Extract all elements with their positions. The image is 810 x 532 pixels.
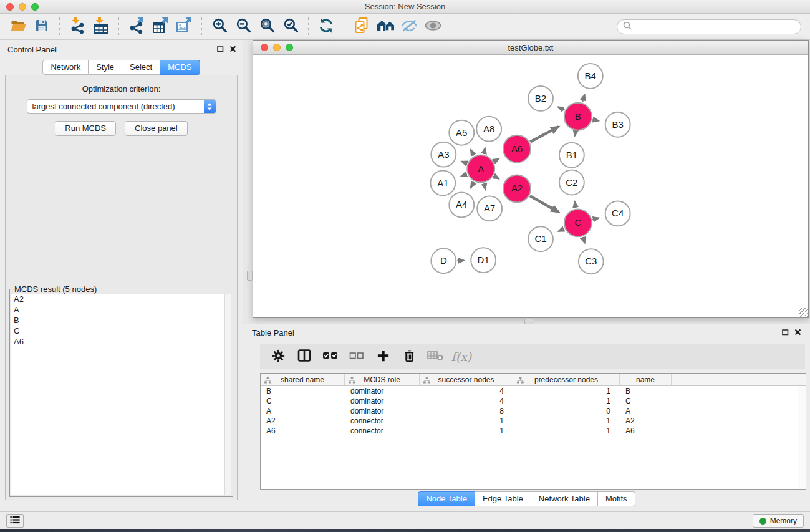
column-header-name[interactable]: name — [620, 374, 672, 385]
task-history-button[interactable] — [6, 514, 24, 528]
cell-name[interactable]: C — [620, 396, 672, 406]
cell-mcds_role[interactable]: connector — [345, 416, 420, 426]
result-list-item[interactable]: C — [11, 326, 231, 336]
cell-successor_nodes[interactable]: 4 — [420, 386, 513, 396]
tab-network[interactable]: Network — [42, 60, 89, 75]
open-network-file-button[interactable] — [350, 16, 374, 37]
graph-edge-B-B1[interactable] — [575, 131, 576, 136]
function-builder-button[interactable]: f(x) — [448, 346, 475, 368]
tab-motifs[interactable]: Motifs — [598, 491, 635, 506]
network-window-titlebar[interactable]: testGlobe.txt — [253, 41, 808, 55]
cell-predecessor_nodes[interactable]: 1 — [513, 396, 620, 406]
graph-edge-A-A6[interactable] — [494, 159, 499, 162]
cell-successor_nodes[interactable]: 8 — [420, 406, 513, 416]
cell-name[interactable]: A6 — [620, 426, 672, 436]
add-column-button[interactable] — [370, 346, 396, 368]
graph-edge-A-A8[interactable] — [484, 148, 485, 154]
cell-name[interactable]: B — [620, 386, 672, 396]
column-header-shared-name[interactable]: shared name — [261, 374, 345, 385]
table-row[interactable]: A6connector11A6 — [261, 426, 806, 436]
list-scrollbar[interactable] — [224, 294, 231, 495]
close-table-panel-icon[interactable] — [794, 328, 801, 337]
float-panel-icon[interactable] — [217, 45, 224, 54]
zoom-network-window-button[interactable] — [286, 44, 293, 51]
import-network-button[interactable] — [65, 16, 89, 37]
graph-edge-B-B2[interactable] — [558, 107, 564, 110]
export-image-button[interactable] — [172, 16, 196, 37]
table-settings-button[interactable] — [265, 346, 291, 368]
cell-name[interactable]: A — [620, 406, 672, 416]
cell-mcds_role[interactable]: dominator — [345, 406, 420, 416]
close-panel-icon[interactable] — [229, 45, 236, 54]
cell-shared_name[interactable]: A6 — [261, 426, 345, 436]
import-table-button[interactable] — [89, 16, 113, 37]
zoom-window-button[interactable] — [31, 3, 39, 11]
result-list-item[interactable]: A6 — [11, 336, 231, 347]
cell-shared_name[interactable]: C — [261, 396, 345, 406]
cell-shared_name[interactable]: B — [261, 386, 345, 396]
graph-edge-C-C3[interactable] — [583, 237, 585, 243]
search-input[interactable] — [635, 22, 795, 31]
cell-successor_nodes[interactable]: 1 — [420, 416, 513, 426]
graph-edge-B-B4[interactable] — [582, 94, 585, 102]
graph-edge-A2-C[interactable] — [530, 196, 559, 212]
graph-edge-C-C2[interactable] — [575, 201, 576, 208]
network-canvas[interactable]: B4B2BB3A8A5A6A3B1AA1C2A2A4A7C4CC1C3DD1 — [253, 56, 808, 317]
graph-edge-A-A5[interactable] — [471, 150, 474, 155]
search-box[interactable] — [617, 19, 801, 34]
zoom-selected-button[interactable] — [279, 16, 302, 37]
select-all-button[interactable] — [317, 346, 344, 368]
cell-predecessor_nodes[interactable]: 1 — [513, 386, 620, 396]
result-list-item[interactable]: A2 — [11, 294, 231, 304]
export-table-button[interactable] — [148, 16, 172, 37]
graph-edge-A-A7[interactable] — [484, 183, 485, 190]
graph-edge-C-C1[interactable] — [558, 229, 564, 231]
refresh-view-button[interactable] — [314, 16, 338, 37]
zoom-out-button[interactable] — [231, 16, 255, 37]
cell-successor_nodes[interactable]: 1 — [420, 426, 513, 436]
open-session-button[interactable] — [6, 16, 30, 37]
float-table-panel-icon[interactable] — [782, 328, 789, 337]
column-header-predecessor-nodes[interactable]: predecessor nodes — [513, 374, 620, 385]
column-visibility-button[interactable] — [291, 346, 317, 368]
minimize-network-window-button[interactable] — [273, 44, 281, 51]
table-row[interactable]: Cdominator41C — [261, 396, 806, 406]
cell-predecessor_nodes[interactable]: 1 — [513, 426, 620, 436]
zoom-fit-button[interactable] — [255, 16, 279, 37]
graph-edge-A-A1[interactable] — [461, 174, 466, 177]
zoom-in-button[interactable] — [208, 16, 231, 37]
delete-table-button[interactable] — [422, 346, 448, 368]
cell-predecessor_nodes[interactable]: 0 — [513, 406, 620, 416]
cell-mcds_role[interactable]: dominator — [345, 386, 420, 396]
network-graph[interactable]: B4B2BB3A8A5A6A3B1AA1C2A2A4A7C4CC1C3DD1 — [253, 56, 808, 317]
horizontal-splitter-handle[interactable] — [524, 319, 534, 324]
export-network-button[interactable] — [125, 16, 148, 37]
result-list-item[interactable]: A — [11, 304, 231, 315]
graph-edge-A-A4[interactable] — [471, 182, 474, 188]
minimize-window-button[interactable] — [19, 3, 26, 11]
graph-edge-B-B3[interactable] — [592, 120, 599, 121]
table-row[interactable]: Bdominator41B — [261, 386, 806, 396]
mcds-result-list[interactable]: A2ABCA6 — [11, 294, 231, 495]
hide-toggle-button[interactable] — [397, 16, 421, 37]
table-scrollbar[interactable] — [798, 386, 806, 489]
close-panel-button[interactable]: Close panel — [125, 121, 188, 136]
cell-shared_name[interactable]: A — [261, 406, 345, 416]
cell-mcds_role[interactable]: connector — [345, 426, 420, 436]
column-header-MCDS-role[interactable]: MCDS role — [345, 374, 420, 385]
run-mcds-button[interactable]: Run MCDS — [55, 121, 116, 136]
close-network-window-button[interactable] — [261, 44, 268, 51]
graph-edge-A-A3[interactable] — [461, 162, 467, 163]
cell-mcds_role[interactable]: dominator — [345, 396, 420, 406]
cell-predecessor_nodes[interactable]: 1 — [513, 416, 620, 426]
save-session-button[interactable] — [30, 16, 54, 37]
graph-edge-A-A2[interactable] — [494, 176, 499, 178]
close-window-button[interactable] — [6, 3, 14, 11]
cell-shared_name[interactable]: A2 — [261, 416, 345, 426]
result-list-item[interactable]: B — [11, 315, 231, 326]
delete-column-button[interactable] — [396, 346, 422, 368]
tab-select[interactable]: Select — [122, 60, 160, 75]
column-header-successor-nodes[interactable]: successor nodes — [420, 374, 513, 385]
memory-button[interactable]: Memory — [753, 514, 804, 528]
show-toggle-button[interactable] — [421, 16, 445, 37]
